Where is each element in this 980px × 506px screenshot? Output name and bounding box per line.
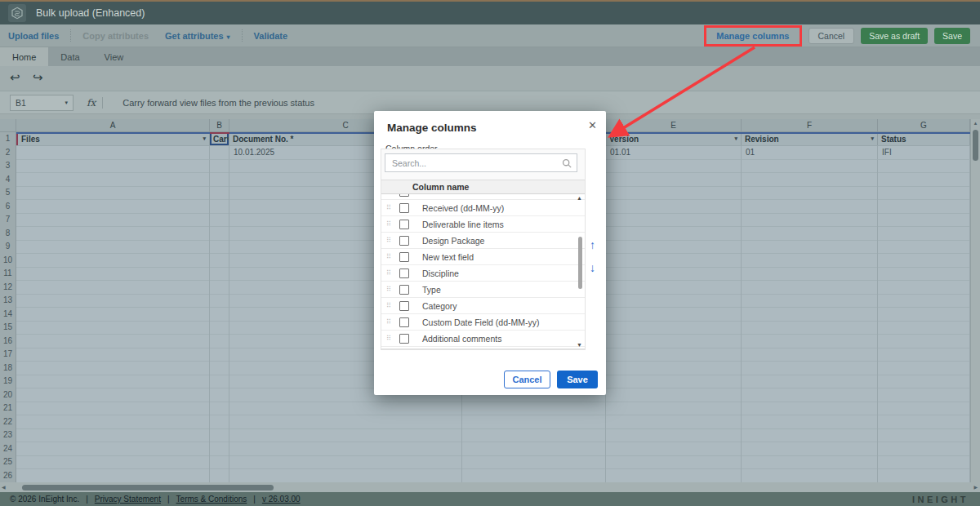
checkbox[interactable] bbox=[399, 317, 409, 327]
header-cell-status[interactable]: Status bbox=[878, 132, 970, 145]
list-item[interactable]: ⠿ Deliverable line items bbox=[381, 216, 585, 233]
checkbox[interactable] bbox=[399, 203, 409, 213]
drag-handle-icon[interactable]: ⠿ bbox=[381, 286, 396, 293]
cell-g2[interactable]: IFI bbox=[878, 146, 970, 160]
chevron-down-icon: ▾ bbox=[227, 33, 230, 41]
row-numbers-gutter[interactable]: 1 2 3 4 5 6 7 8 9 10 11 12 13 14 15 16 1… bbox=[0, 132, 16, 482]
validate-button[interactable]: Validate bbox=[254, 31, 288, 41]
cell-reference-box[interactable]: B1 ▾ bbox=[10, 95, 74, 111]
search-input[interactable] bbox=[385, 158, 562, 168]
list-item[interactable]: ⠿ Custom Date Field (dd-MM-yy) bbox=[381, 314, 585, 331]
checkbox[interactable] bbox=[399, 220, 409, 229]
scroll-right-icon[interactable]: ▶ bbox=[973, 484, 978, 490]
column-divider bbox=[229, 160, 229, 483]
dialog-cancel-button[interactable]: Cancel bbox=[504, 371, 550, 388]
column-letter-f[interactable]: F bbox=[742, 119, 878, 131]
cell-f2[interactable]: 01 bbox=[742, 146, 878, 160]
horizontal-scrollbar[interactable]: ◀ ▶ bbox=[0, 482, 980, 492]
header-cell-b1-selected[interactable]: Car▾ bbox=[210, 132, 229, 145]
undo-icon[interactable]: ↩ bbox=[10, 70, 20, 85]
list-item[interactable]: ⠿ Discipline bbox=[381, 265, 585, 282]
move-down-icon[interactable]: ↓ bbox=[590, 261, 595, 274]
drag-handle-icon[interactable]: ⠿ bbox=[381, 253, 396, 260]
redo-icon[interactable]: ↪ bbox=[33, 70, 43, 85]
tab-home[interactable]: Home bbox=[0, 47, 48, 66]
column-letter-a[interactable]: A bbox=[16, 119, 210, 131]
save-as-draft-button[interactable]: Save as draft bbox=[861, 28, 928, 44]
horizontal-scroll-thumb[interactable] bbox=[22, 485, 274, 490]
checkbox[interactable] bbox=[399, 301, 409, 311]
list-item-partial[interactable]: ⠿ bbox=[381, 194, 585, 200]
filter-caret-icon[interactable]: ▾ bbox=[734, 135, 737, 142]
list-scroll-thumb[interactable] bbox=[578, 237, 582, 289]
tab-data[interactable]: Data bbox=[48, 47, 91, 66]
list-item[interactable]: ⠿ New text field bbox=[381, 249, 585, 265]
filter-caret-icon[interactable]: ▾ bbox=[203, 135, 206, 142]
column-divider bbox=[209, 160, 210, 483]
cell-e2[interactable]: 01.01 bbox=[606, 146, 742, 160]
drag-handle-icon[interactable]: ⠿ bbox=[381, 269, 396, 277]
checkbox[interactable] bbox=[399, 269, 409, 278]
list-item[interactable]: ⠿ Category bbox=[381, 298, 585, 314]
list-item[interactable]: ⠿ Received (dd-MM-yy) bbox=[381, 200, 585, 216]
column-letter-g[interactable]: G bbox=[878, 119, 970, 131]
search-box bbox=[385, 153, 577, 172]
save-button[interactable]: Save bbox=[934, 28, 970, 44]
drag-handle-icon[interactable]: ⠿ bbox=[381, 220, 396, 228]
formula-input[interactable]: Carry forward view files from the previo… bbox=[122, 98, 314, 108]
drag-handle-icon[interactable]: ⠿ bbox=[381, 318, 396, 326]
drag-handle-icon[interactable]: ⠿ bbox=[381, 237, 396, 244]
checkbox[interactable] bbox=[399, 194, 409, 197]
privacy-statement-link[interactable]: Privacy Statement bbox=[95, 495, 161, 504]
dialog-title: Manage columns bbox=[387, 122, 477, 134]
cell-a2[interactable] bbox=[16, 146, 210, 160]
header-cell-version[interactable]: Version▾ bbox=[606, 132, 742, 145]
upload-files-button[interactable]: Upload files bbox=[8, 31, 59, 41]
column-divider bbox=[877, 160, 878, 483]
copyright-text: © 2026 InEight Inc. bbox=[10, 495, 79, 504]
cell-reference-value: B1 bbox=[16, 98, 26, 108]
toolbar-right-group: Manage columns Cancel Save as draft Save bbox=[704, 25, 970, 47]
grid-corner-cell[interactable] bbox=[0, 119, 16, 131]
list-item[interactable]: ⠿ Type bbox=[381, 282, 585, 298]
list-scroll-up-icon[interactable]: ▲ bbox=[577, 195, 582, 201]
footer-divider: | bbox=[167, 495, 170, 504]
toolbar-divider bbox=[70, 29, 71, 42]
drag-handle-icon[interactable]: ⠿ bbox=[381, 335, 396, 342]
checkbox[interactable] bbox=[399, 285, 409, 295]
drag-handle-icon[interactable]: ⠿ bbox=[381, 302, 396, 309]
manage-columns-button[interactable]: Manage columns bbox=[704, 25, 801, 47]
terms-conditions-link[interactable]: Terms & Conditions bbox=[176, 495, 247, 504]
column-letter-b[interactable]: B bbox=[210, 119, 229, 131]
cell-b2[interactable] bbox=[210, 146, 229, 160]
scroll-left-icon[interactable]: ◀ bbox=[2, 484, 6, 490]
scroll-up-icon[interactable]: ▲ bbox=[971, 121, 980, 126]
header-cell-revision[interactable]: Revision▾ bbox=[742, 132, 878, 145]
ineight-logo-icon bbox=[8, 4, 26, 22]
copy-attributes-button: Copy attributes bbox=[82, 31, 149, 41]
drag-handle-icon[interactable]: ⠿ bbox=[381, 204, 396, 211]
version-link[interactable]: v 26.03.00 bbox=[262, 495, 301, 504]
drag-handle-icon[interactable]: ⠿ bbox=[381, 194, 396, 195]
cancel-button[interactable]: Cancel bbox=[808, 28, 855, 44]
list-item[interactable]: ⠿ Design Package bbox=[381, 233, 585, 249]
list-item[interactable]: ⠿ Sender company bbox=[381, 347, 585, 349]
vertical-scrollbar[interactable]: ▲ bbox=[970, 119, 980, 482]
list-item[interactable]: ⠿ Additional comments bbox=[381, 331, 585, 347]
search-icon bbox=[562, 158, 572, 168]
close-icon[interactable]: ✕ bbox=[588, 119, 597, 131]
column-letter-e[interactable]: E bbox=[606, 119, 742, 131]
vertical-scroll-thumb[interactable] bbox=[973, 130, 978, 161]
checkbox[interactable] bbox=[399, 252, 409, 262]
checkbox[interactable] bbox=[399, 334, 409, 344]
toolbar: Upload files Copy attributes Get attribu… bbox=[0, 24, 980, 47]
footer-divider: | bbox=[86, 495, 88, 504]
move-up-icon[interactable]: ↑ bbox=[590, 238, 595, 251]
header-cell-files[interactable]: Files▾ bbox=[16, 132, 210, 145]
filter-caret-icon[interactable]: ▾ bbox=[871, 135, 874, 142]
checkbox[interactable] bbox=[399, 236, 409, 246]
list-scroll-down-icon[interactable]: ▼ bbox=[577, 342, 582, 348]
dialog-save-button[interactable]: Save bbox=[557, 371, 598, 388]
tab-view[interactable]: View bbox=[92, 47, 136, 66]
get-attributes-button[interactable]: Get attributes▾ bbox=[165, 31, 230, 41]
